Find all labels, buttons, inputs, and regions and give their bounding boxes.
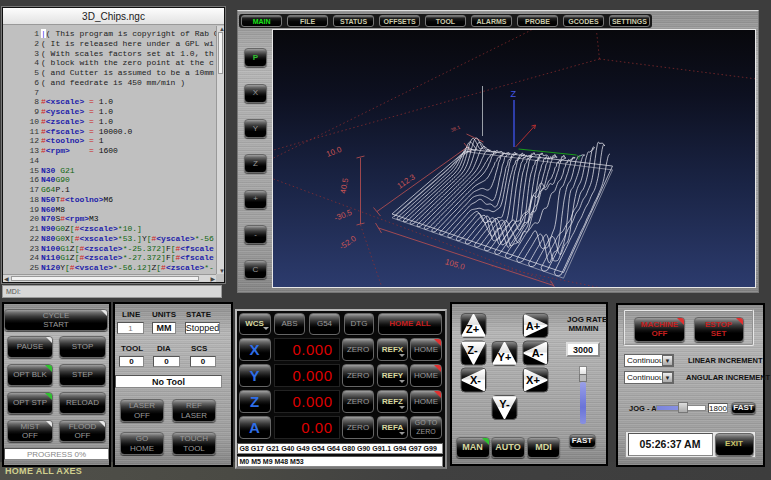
svg-text:Y: Y xyxy=(576,154,581,161)
svg-text:-52.0: -52.0 xyxy=(337,234,358,252)
svg-text:105.0: 105.0 xyxy=(443,257,465,272)
svg-text:Y-: Y- xyxy=(499,398,510,410)
svg-text:A-: A- xyxy=(531,347,543,359)
svg-text:Y+: Y+ xyxy=(497,351,511,363)
svg-text:-30.5: -30.5 xyxy=(332,208,353,223)
svg-text:A+: A+ xyxy=(525,319,539,331)
svg-text:112.3: 112.3 xyxy=(395,172,417,191)
svg-text:40.5: 40.5 xyxy=(338,177,350,194)
svg-text:10.0: 10.0 xyxy=(324,145,342,159)
svg-text:Z+: Z+ xyxy=(465,323,478,335)
svg-text:38.1: 38.1 xyxy=(449,124,460,133)
svg-text:Z-: Z- xyxy=(467,343,478,355)
svg-text:X-: X- xyxy=(470,374,481,386)
svg-text:Z: Z xyxy=(510,89,516,99)
svg-text:X+: X+ xyxy=(526,374,540,386)
